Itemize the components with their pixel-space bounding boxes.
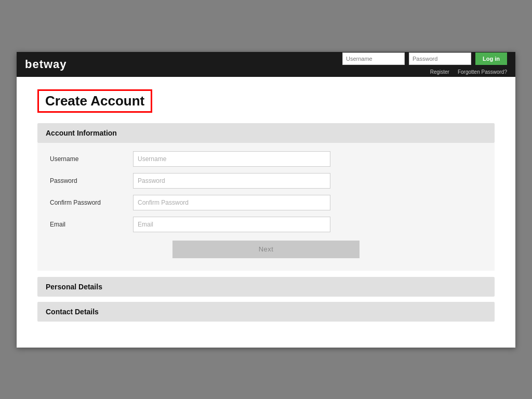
navbar: betway Log in Register Forgotten Passwor…	[17, 52, 515, 77]
page-title-container: Create Account	[37, 89, 152, 113]
confirm-password-input[interactable]	[133, 195, 330, 210]
main-content: Create Account Account Information Usern…	[17, 77, 515, 348]
confirm-password-row: Confirm Password	[50, 195, 482, 210]
password-row: Password	[50, 173, 482, 189]
username-row: Username	[50, 151, 482, 167]
register-link[interactable]: Register	[430, 69, 449, 75]
email-row: Email	[50, 217, 482, 232]
navbar-right: Log in Register Forgotten Password?	[342, 52, 507, 77]
login-button[interactable]: Log in	[475, 52, 507, 65]
nav-username-input[interactable]	[342, 52, 405, 65]
browser-window: betway Log in Register Forgotten Passwor…	[17, 52, 515, 348]
confirm-password-label: Confirm Password	[50, 199, 133, 206]
contact-details-title: Contact Details	[46, 308, 99, 316]
contact-details-header[interactable]: Contact Details	[37, 302, 495, 322]
personal-details-section: Personal Details	[37, 277, 495, 297]
account-information-title: Account Information	[46, 129, 117, 137]
email-input[interactable]	[133, 217, 330, 232]
personal-details-header[interactable]: Personal Details	[37, 277, 495, 297]
next-button[interactable]: Next	[172, 241, 360, 258]
username-input[interactable]	[133, 151, 330, 167]
email-label: Email	[50, 221, 133, 228]
account-form: Username Password Confirm Password Email	[37, 143, 495, 271]
username-label: Username	[50, 155, 133, 163]
brand-logo: betway	[25, 58, 67, 71]
personal-details-title: Personal Details	[46, 283, 102, 291]
navbar-links: Register Forgotten Password?	[430, 69, 507, 76]
nav-password-input[interactable]	[409, 52, 471, 65]
password-label: Password	[50, 177, 133, 184]
contact-details-section: Contact Details	[37, 302, 495, 322]
navbar-top-row: Log in	[342, 52, 507, 65]
forgotten-password-link[interactable]: Forgotten Password?	[458, 69, 507, 75]
account-information-header: Account Information	[37, 123, 495, 143]
password-input[interactable]	[133, 173, 330, 189]
page-title: Create Account	[45, 93, 144, 109]
next-btn-row: Next	[50, 241, 482, 258]
account-information-section: Account Information Username Password Co…	[37, 123, 495, 271]
